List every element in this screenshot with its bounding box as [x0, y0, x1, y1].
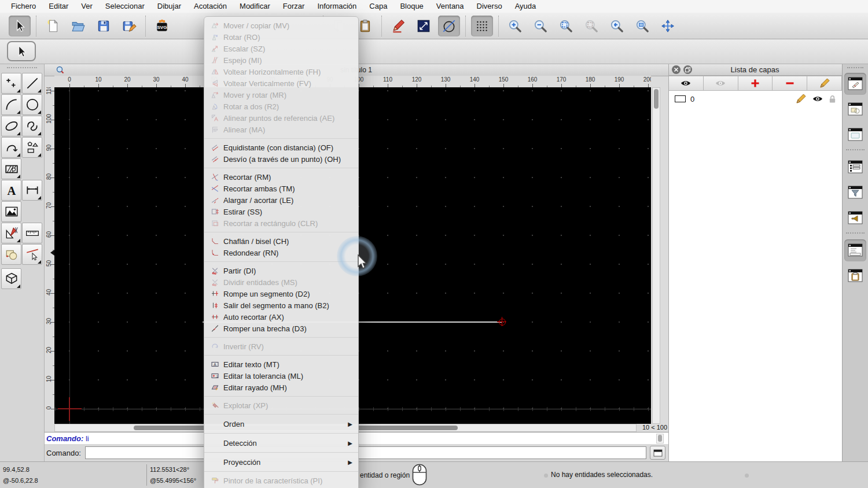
menubar-item-editar[interactable]: Editar: [42, 0, 75, 13]
spline-tool-button[interactable]: [22, 116, 42, 136]
pan-button[interactable]: [657, 16, 679, 36]
menu-item-redondear-rn[interactable]: Redondear (RN): [204, 247, 358, 258]
menubar-item-ayuda[interactable]: Ayuda: [509, 0, 543, 13]
edit-layer-button[interactable]: [807, 76, 842, 91]
float-panel-button[interactable]: [683, 65, 692, 74]
dock-notifications-button[interactable]: [844, 207, 866, 229]
dock-pen-list-button[interactable]: [844, 156, 866, 178]
draw-tools-tool-button[interactable]: [1, 223, 21, 243]
menu-item-editar-la-tolerancia-ml[interactable]: .1Editar la tolerancia (ML): [204, 370, 358, 382]
command-options-button[interactable]: [650, 446, 665, 460]
dimension-tool-button[interactable]: [22, 180, 42, 201]
hide-all-layers-button[interactable]: [704, 76, 738, 91]
menubar-item-forzar[interactable]: Forzar: [277, 0, 311, 13]
image-tool-button[interactable]: [1, 201, 21, 222]
menubar-item-seleccionar[interactable]: Seleccionar: [99, 0, 151, 13]
arc-tool-button[interactable]: [1, 94, 21, 115]
menubar-item-ver[interactable]: Ver: [75, 0, 99, 13]
menubar-item-fichero[interactable]: Fichero: [5, 0, 42, 13]
grid-toggle-button[interactable]: [471, 16, 493, 36]
menubar-item-acotacion[interactable]: Acotación: [187, 0, 233, 13]
draw-pencil-button[interactable]: [387, 16, 409, 36]
layer-edit-icon[interactable]: [795, 93, 807, 105]
h-ruler-label: 30: [153, 76, 159, 83]
history-scrollbar[interactable]: [656, 434, 664, 443]
layer-panel-titlebar[interactable]: Lista de capas: [669, 64, 842, 76]
layer-color-swatch[interactable]: [675, 95, 686, 102]
hatch-tool-button[interactable]: [1, 158, 21, 179]
menubar-item-modificar[interactable]: Modificar: [233, 0, 277, 13]
dock-library-browser-button[interactable]: [844, 124, 866, 146]
layer-visibility-icon[interactable]: [812, 95, 823, 103]
layer-row[interactable]: 0: [669, 91, 842, 106]
pointer-button[interactable]: [9, 16, 31, 36]
solid-tool-button[interactable]: [1, 268, 21, 289]
dock-selection-filter-button[interactable]: [844, 182, 866, 204]
layer-lock-icon[interactable]: [829, 95, 836, 103]
distance-measure-button[interactable]: [413, 16, 435, 36]
ellipse-tool-button[interactable]: [1, 116, 21, 136]
menu-item-deteccion[interactable]: Detección▶: [204, 437, 358, 449]
menu-item-desvio-a-traves-de-un-punto-oh[interactable]: Desvío (a través de un punto) (OH): [204, 153, 358, 165]
measure-tool-button[interactable]: [22, 223, 42, 243]
show-all-layers-button[interactable]: [669, 76, 704, 91]
menu-item-recortar-ambas-tm[interactable]: Recortar ambas (TM): [204, 183, 358, 194]
text-tool-button[interactable]: A: [1, 180, 21, 201]
vertical-scrollbar-thumb[interactable]: [654, 89, 659, 109]
points-tool-button[interactable]: [1, 73, 21, 94]
menu-item-equidistante-con-distancia-of[interactable]: Equidistante (con distancia) (OF): [204, 142, 358, 153]
menubar-item-informacion[interactable]: Información: [311, 0, 363, 13]
palette-drag-handle[interactable]: [7, 67, 37, 71]
close-panel-button[interactable]: [672, 65, 681, 74]
menu-item-editar-rayado-mh[interactable]: Editar rayado (MH): [204, 382, 358, 393]
menubar-item-capa[interactable]: Capa: [363, 0, 393, 13]
v-ruler-label: 10: [46, 372, 52, 387]
new-file-button[interactable]: [42, 16, 64, 36]
zoom-previous-button[interactable]: [606, 16, 628, 36]
menubar-item-bloque[interactable]: Bloque: [393, 0, 429, 13]
menu-item-proyeccion[interactable]: Proyección▶: [204, 456, 358, 468]
polyline-tool-button[interactable]: [1, 137, 21, 158]
dock-command-line-button[interactable]: [844, 239, 866, 261]
menu-item-editar-texto-mt[interactable]: AEditar texto (MT): [204, 358, 358, 370]
fh-menu-icon: [209, 68, 220, 76]
menu-item-romper-una-brecha-d3[interactable]: Romper una brecha (D3): [204, 323, 358, 334]
zoom-out-button[interactable]: [529, 16, 551, 36]
zoom-auto-button[interactable]: [555, 16, 577, 36]
line-tool-button[interactable]: [22, 73, 42, 94]
save-button[interactable]: [93, 16, 115, 36]
boolean-tool-button[interactable]: [1, 244, 21, 265]
menu-item-alargar-acortar-le[interactable]: Alargar / acortar (LE): [204, 194, 358, 206]
history-scrollbar-thumb[interactable]: [658, 435, 662, 442]
menu-item-auto-recortar-ax[interactable]: Auto recortar (AX): [204, 311, 358, 323]
menu-separator: [204, 261, 358, 262]
dock-block-list-button[interactable]: [844, 98, 866, 120]
dock-drag-handle[interactable]: [847, 67, 863, 68]
svg-export-button[interactable]: SVG: [151, 16, 173, 36]
menubar-item-ventana[interactable]: Ventana: [430, 0, 470, 13]
add-layer-button[interactable]: [738, 76, 773, 91]
menu-item-recortar-rm[interactable]: Recortar (RM): [204, 171, 358, 183]
pointer-tool-button[interactable]: [7, 41, 36, 61]
dock-layer-list-button[interactable]: [844, 73, 866, 95]
zoom-window-button[interactable]: [631, 16, 653, 36]
menu-item-orden[interactable]: Orden▶: [204, 417, 358, 430]
zoom-in-button[interactable]: [504, 16, 526, 36]
menubar-item-dibujar[interactable]: Dibujar: [151, 0, 187, 13]
circle-tool-button[interactable]: [22, 94, 42, 115]
dock-clipboard-viewer-button[interactable]: [844, 265, 866, 287]
command-input[interactable]: [85, 446, 646, 459]
modify-tool-button[interactable]: [22, 244, 42, 265]
menu-item-rompe-un-segmento-d2[interactable]: Rompe un segmento (D2): [204, 288, 358, 300]
menu-item-partir-di[interactable]: Partir (DI): [204, 265, 358, 276]
restriction-toggle-button[interactable]: [438, 16, 460, 36]
open-file-button[interactable]: [67, 16, 89, 36]
save-as-button[interactable]: [118, 16, 140, 36]
remove-layer-button[interactable]: [773, 76, 807, 91]
menu-item-estirar-ss[interactable]: Estirar (SS): [204, 206, 358, 217]
canvas-vertical-scrollbar[interactable]: [652, 87, 660, 424]
menu-item-salir-del-segmento-a-mano-b2[interactable]: Salir del segmento a mano (B2): [204, 300, 358, 311]
menu-item-chaflan-bisel-ch[interactable]: Chaflán / bisel (CH): [204, 235, 358, 247]
shapes-tool-button[interactable]: [22, 137, 42, 158]
menubar-item-diverso[interactable]: Diverso: [470, 0, 509, 13]
